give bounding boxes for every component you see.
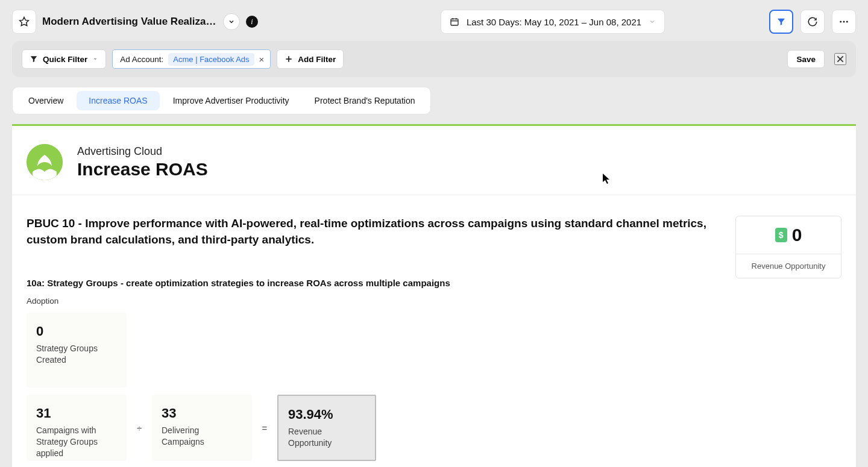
brand-logo	[27, 144, 63, 180]
main-panel: Advertising Cloud Increase ROAS PBUC 10 …	[12, 124, 856, 467]
operator-equals: =	[256, 395, 274, 461]
kpi-revenue-opportunity: $ 0 Revenue Opportunity	[735, 216, 841, 278]
metric-revenue-opportunity-result: 93.94% Revenue Opportunity	[277, 395, 376, 461]
section-10a-title: 10a: Strategy Groups - create optimizati…	[27, 278, 711, 288]
panel-title: Increase ROAS	[77, 159, 208, 180]
metric-value: 0	[36, 324, 117, 339]
ad-account-filter-chip[interactable]: Ad Account: Acme | Facebook Ads ×	[112, 49, 271, 69]
svg-marker-0	[20, 17, 29, 26]
panel-left: PBUC 10 - Improve performance with AI-po…	[27, 216, 711, 461]
tabs: Overview Increase ROAS Improve Advertise…	[12, 87, 431, 114]
more-horizontal-icon	[838, 16, 849, 27]
svg-rect-1	[451, 19, 458, 25]
svg-point-7	[846, 21, 848, 23]
topbar: Modern Advertising Value Realizati… i La…	[0, 0, 868, 41]
topbar-actions	[769, 10, 856, 34]
date-range-picker[interactable]: Last 30 Days: May 10, 2021 – Jun 08, 202…	[441, 10, 665, 34]
filter-toggle-button[interactable]	[769, 10, 793, 34]
plus-icon	[285, 55, 293, 63]
quick-filter-button[interactable]: Quick Filter	[22, 49, 106, 69]
metric-row-2: 31 Campaigns with Strategy Groups applie…	[27, 395, 711, 461]
title-container: Modern Advertising Value Realizati… i	[42, 13, 258, 30]
close-icon	[835, 54, 845, 64]
tab-protect-reputation[interactable]: Protect Brand's Reputation	[303, 91, 427, 110]
tab-improve-productivity[interactable]: Improve Advertiser Productivity	[161, 91, 301, 110]
tabs-container: Overview Increase ROAS Improve Advertise…	[12, 87, 856, 114]
add-filter-label: Add Filter	[298, 55, 336, 64]
quick-filter-label: Quick Filter	[43, 55, 87, 64]
metric-campaigns-applied: 31 Campaigns with Strategy Groups applie…	[27, 395, 127, 461]
metric-row-1: 0 Strategy Groups Created	[27, 313, 711, 387]
tab-increase-roas[interactable]: Increase ROAS	[77, 91, 159, 110]
kpi-top: $ 0	[736, 216, 841, 254]
filter-icon	[776, 17, 786, 27]
filter-bar: Quick Filter Ad Account: Acme | Facebook…	[12, 41, 856, 77]
info-icon[interactable]: i	[246, 16, 258, 28]
chevron-down-icon	[228, 18, 235, 25]
svg-point-5	[840, 21, 841, 23]
chevron-down-icon	[649, 18, 656, 25]
section-10a: 10a: Strategy Groups - create optimizati…	[27, 278, 711, 461]
kpi-value: 0	[792, 225, 802, 245]
metric-strategy-groups-created: 0 Strategy Groups Created	[27, 313, 127, 387]
kpi-label: Revenue Opportunity	[736, 254, 841, 278]
metric-value: 93.94%	[288, 407, 365, 422]
star-icon	[19, 16, 30, 27]
panel-body: PBUC 10 - Improve performance with AI-po…	[12, 195, 856, 467]
caret-down-icon	[92, 56, 98, 62]
metric-label: Revenue Opportunity	[288, 426, 365, 449]
filter-icon	[30, 55, 38, 63]
page-title: Modern Advertising Value Realizati…	[42, 16, 217, 28]
panel-subtitle: Advertising Cloud	[77, 145, 208, 158]
favorite-button[interactable]	[12, 10, 36, 34]
svg-point-6	[843, 21, 845, 23]
metric-value: 33	[162, 406, 242, 421]
metric-label: Strategy Groups Created	[36, 343, 117, 366]
save-filters-button[interactable]: Save	[787, 50, 825, 68]
metric-label: Delivering Campaigns	[162, 425, 242, 448]
panel-header-titles: Advertising Cloud Increase ROAS	[77, 145, 208, 180]
metric-value: 31	[36, 406, 117, 421]
close-icon[interactable]: ×	[259, 54, 265, 64]
calendar-icon	[450, 17, 459, 27]
date-range-text: Last 30 Days: May 10, 2021 – Jun 08, 202…	[467, 17, 641, 27]
add-filter-button[interactable]: Add Filter	[277, 49, 344, 69]
currency-badge: $	[775, 228, 787, 242]
adoption-label: Adoption	[27, 296, 711, 306]
panel-header: Advertising Cloud Increase ROAS	[12, 126, 856, 195]
hero-text: PBUC 10 - Improve performance with AI-po…	[27, 216, 708, 248]
metric-label: Campaigns with Strategy Groups applied	[36, 425, 117, 459]
ad-account-chip-label: Ad Account:	[120, 55, 163, 64]
tab-overview[interactable]: Overview	[16, 91, 75, 110]
more-menu-button[interactable]	[832, 10, 856, 34]
metric-delivering-campaigns: 33 Delivering Campaigns	[152, 395, 252, 461]
ad-account-chip-value: Acme | Facebook Ads	[168, 53, 254, 66]
refresh-button[interactable]	[800, 10, 825, 34]
refresh-icon	[807, 16, 818, 27]
close-filterbar-button[interactable]	[834, 53, 846, 65]
title-dropdown-button[interactable]	[223, 13, 240, 30]
operator-divide: ÷	[130, 395, 148, 461]
